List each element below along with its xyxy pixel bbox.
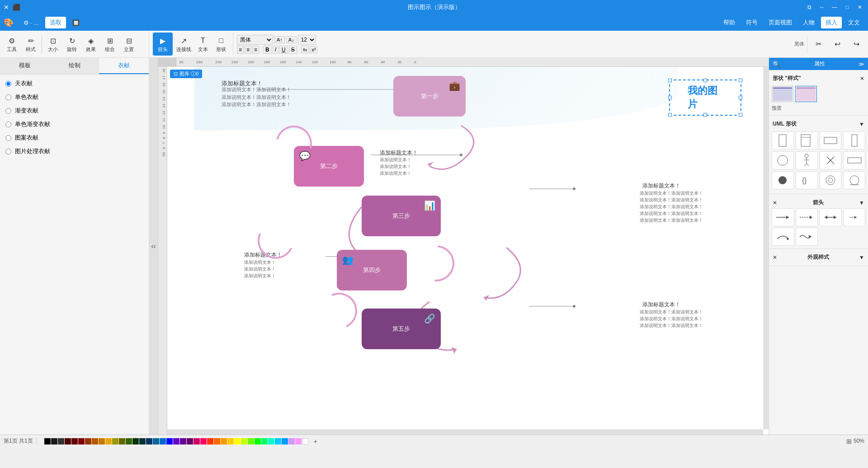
- color-olive-dark[interactable]: [119, 438, 125, 445]
- color-orange3[interactable]: [214, 438, 220, 445]
- style-btn[interactable]: ✏ 样式: [23, 34, 39, 54]
- arrow-small-right[interactable]: [843, 208, 866, 226]
- shape-rect-tall2[interactable]: [843, 131, 865, 150]
- radio-tianyixian[interactable]: [5, 81, 11, 87]
- radio-item-single[interactable]: 单色衣献: [4, 92, 145, 103]
- position-btn[interactable]: ⊟ 立置: [121, 34, 137, 54]
- handle-bl[interactable]: [668, 113, 672, 117]
- color-red-dark[interactable]: [78, 438, 85, 445]
- preset-item2[interactable]: [795, 86, 817, 102]
- font-size-up[interactable]: A↑: [274, 36, 285, 43]
- preset-item1[interactable]: [772, 86, 793, 102]
- connect-btn[interactable]: ↗ 连接线: [175, 34, 193, 54]
- color-lime1[interactable]: [241, 438, 247, 445]
- more-colors-btn[interactable]: +: [314, 438, 317, 445]
- maximize-btn[interactable]: □: [843, 3, 852, 12]
- align-center[interactable]: ≡: [245, 46, 251, 54]
- color-pink3[interactable]: [295, 438, 302, 445]
- color-green[interactable]: [255, 438, 261, 445]
- tab-models[interactable]: 模板: [0, 58, 50, 74]
- step3-box[interactable]: 📊 第三步: [362, 196, 441, 236]
- style-expand[interactable]: ▼: [859, 254, 864, 261]
- color-darkred1[interactable]: [65, 438, 71, 445]
- color-black[interactable]: [44, 438, 51, 445]
- rotate-btn[interactable]: ↻ 旋转: [64, 34, 80, 54]
- handle-tc[interactable]: [703, 79, 707, 82]
- shape-boundary[interactable]: [843, 171, 865, 189]
- handle-br[interactable]: [739, 113, 742, 117]
- selected-text-box[interactable]: 我的图片: [669, 80, 741, 116]
- collapse-panel-btn[interactable]: ‹‹: [149, 58, 158, 435]
- color-lavender[interactable]: [288, 438, 295, 445]
- menu-page-view[interactable]: 页面视图: [764, 17, 797, 28]
- shape-person[interactable]: [796, 151, 818, 169]
- color-brown1[interactable]: [85, 438, 91, 445]
- color-sky[interactable]: [282, 438, 288, 445]
- shape-filled-circle[interactable]: [772, 171, 794, 189]
- color-darkgray2[interactable]: [58, 438, 64, 445]
- redo-btn[interactable]: ↪: [848, 38, 864, 51]
- color-brown2[interactable]: [92, 438, 98, 445]
- color-amber[interactable]: [221, 438, 227, 445]
- radio-item-gradient[interactable]: 渐变衣献: [4, 105, 145, 116]
- arrows-header[interactable]: ✕ 箭头 ▼: [772, 197, 865, 208]
- handle-tl[interactable]: [668, 79, 672, 82]
- color-green-light[interactable]: [261, 438, 268, 445]
- color-orange2[interactable]: [105, 438, 112, 445]
- uml-expand[interactable]: ▼: [859, 121, 864, 127]
- radio-item-single-gradient[interactable]: 单色渐变衣献: [4, 119, 145, 130]
- arrow-wave[interactable]: [796, 228, 818, 246]
- color-blue2[interactable]: [160, 438, 166, 445]
- arrow-plain-left[interactable]: [772, 208, 794, 226]
- handle-ml[interactable]: [668, 96, 672, 99]
- shape-wide-rect2[interactable]: [843, 151, 865, 169]
- menu-view[interactable]: 🔲: [68, 18, 84, 28]
- menu-edit[interactable]: 选取: [45, 17, 66, 28]
- font-size-down[interactable]: A↓: [286, 36, 297, 43]
- arrows-expand[interactable]: ▼: [859, 200, 864, 206]
- color-lime2[interactable]: [248, 438, 254, 445]
- shape-style-close[interactable]: ✕: [860, 75, 864, 82]
- expand-icon[interactable]: ≫: [859, 61, 864, 67]
- h-scrollbar[interactable]: [167, 429, 763, 435]
- shape-note[interactable]: [796, 131, 818, 150]
- menu-symbol[interactable]: 符号: [741, 17, 762, 28]
- arrow-dashed[interactable]: [796, 208, 818, 226]
- menu-file2[interactable]: 文文: [844, 17, 864, 28]
- radio-item-image[interactable]: 图片处理衣献: [4, 146, 145, 157]
- color-orange1[interactable]: [99, 438, 105, 445]
- handle-bc[interactable]: [703, 113, 707, 117]
- handle-mr[interactable]: [739, 96, 742, 99]
- scissor-btn[interactable]: ✂: [810, 38, 826, 51]
- color-darkred2[interactable]: [71, 438, 78, 445]
- color-cyan1[interactable]: [275, 438, 281, 445]
- color-olive[interactable]: [112, 438, 118, 445]
- menu-file[interactable]: ⚙ · ...: [19, 18, 43, 28]
- step5-box[interactable]: 🔗 第五步: [362, 309, 441, 349]
- arrows-close[interactable]: ✕: [773, 200, 777, 206]
- color-yellow2[interactable]: [234, 438, 241, 445]
- menu-help[interactable]: 帮助: [719, 17, 740, 28]
- text-btn[interactable]: T 文本: [195, 34, 211, 54]
- color-teal-dark[interactable]: [139, 438, 146, 445]
- color-mint[interactable]: [268, 438, 274, 445]
- align-left[interactable]: ≡: [237, 46, 244, 54]
- color-white[interactable]: [302, 438, 308, 445]
- radio-single-gradient[interactable]: [5, 122, 11, 127]
- close-window-btn[interactable]: ✕: [855, 3, 864, 12]
- color-yellow1[interactable]: [227, 438, 234, 445]
- arrow-tool-btn[interactable]: ▶ 箭头: [153, 33, 173, 56]
- color-blue1[interactable]: [153, 438, 159, 445]
- step4-box[interactable]: 👥 第四步: [337, 250, 407, 290]
- minimize-btn[interactable]: —: [830, 3, 839, 12]
- handle-tr[interactable]: [739, 79, 742, 82]
- align-right[interactable]: ≡: [252, 46, 259, 54]
- arrow-curve-left[interactable]: [772, 228, 794, 246]
- extra-btn2[interactable]: ↔: [817, 3, 826, 12]
- shape-hollow-circle[interactable]: [820, 171, 842, 189]
- superscript-btn[interactable]: x²: [310, 46, 317, 53]
- shape-cross[interactable]: [820, 151, 842, 169]
- color-darkgreen[interactable]: [132, 438, 139, 445]
- tool-btn[interactable]: ⚙ 工具: [4, 34, 20, 54]
- grid-view-btn[interactable]: ⊞: [846, 438, 852, 445]
